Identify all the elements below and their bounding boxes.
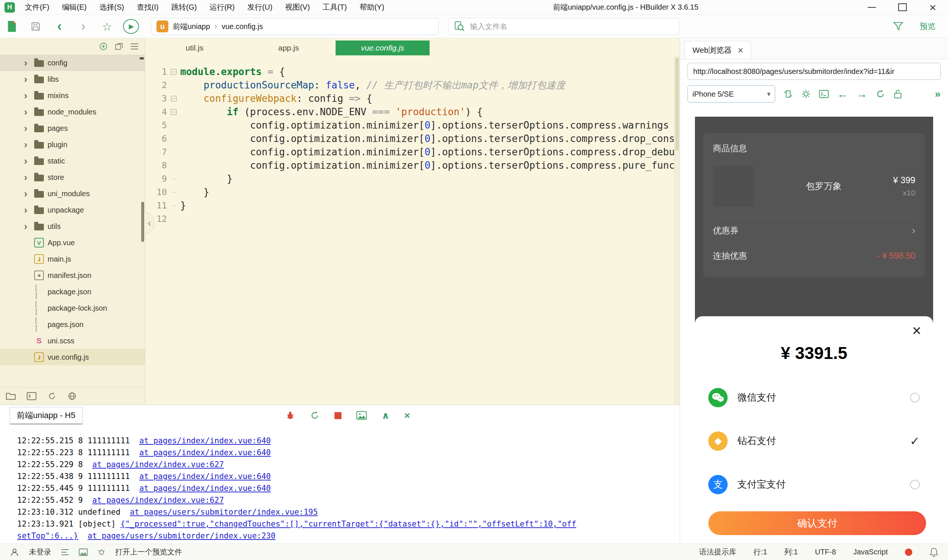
menu-help[interactable]: 帮助(Y): [353, 0, 391, 14]
sidebar-item-app-vue[interactable]: App.vue: [0, 234, 145, 251]
sidebar-item-store[interactable]: › store: [0, 169, 145, 185]
sidebar-item-static[interactable]: › static: [0, 153, 145, 169]
url-input[interactable]: http://localhost:8080/pages/users/submit…: [688, 63, 940, 80]
chevron-right-icon[interactable]: ›: [21, 222, 31, 231]
debug-bug-icon[interactable]: [285, 411, 295, 420]
code-editor[interactable]: util.js app.js vue.config.js 1 module.ex…: [145, 38, 680, 405]
chevron-right-icon[interactable]: ›: [21, 58, 31, 68]
unlock-icon[interactable]: [893, 89, 902, 99]
menu-goto[interactable]: 跳转(G): [165, 0, 203, 14]
web-globe-icon[interactable]: [68, 392, 77, 401]
close-modal-icon[interactable]: ×: [912, 323, 922, 338]
stop-icon[interactable]: [334, 412, 342, 419]
chevron-right-icon[interactable]: ›: [21, 156, 31, 166]
source-link[interactable]: at pages/index/index.vue:640: [139, 448, 271, 457]
new-file-icon[interactable]: [0, 20, 24, 32]
collapse-console-icon[interactable]: ∧: [382, 411, 389, 420]
fold-marker-icon[interactable]: [167, 105, 180, 118]
device-select[interactable]: iPhone 5/SE ▾: [688, 85, 775, 103]
fold-marker-icon[interactable]: [167, 92, 180, 105]
source-link[interactable]: at pages/users/submitorder/index.vue:195: [130, 508, 318, 517]
console-tab[interactable]: 前端uniapp - H5: [10, 407, 83, 425]
browser-refresh-icon[interactable]: [876, 89, 885, 99]
filter-funnel-icon[interactable]: [893, 22, 903, 31]
syntax-library[interactable]: 语法提示库: [699, 547, 737, 557]
confirm-pay-button[interactable]: 确认支付: [708, 511, 926, 535]
search-input[interactable]: [469, 22, 674, 31]
devtools-console-icon[interactable]: [819, 90, 829, 98]
menu-view[interactable]: 视图(V): [279, 0, 316, 14]
sidebar-item-vue-config-js[interactable]: vue.config.js: [0, 349, 145, 365]
sidebar-item-package-json[interactable]: package.json: [0, 283, 145, 300]
browser-tab[interactable]: Web浏览器 ×: [685, 41, 751, 59]
debug-icon[interactable]: [97, 548, 106, 556]
sidebar-item-manifest-json[interactable]: manifest.json: [0, 267, 145, 283]
coupon-row[interactable]: 优惠券 ›: [713, 217, 915, 244]
bookmark-star-icon[interactable]: ☆: [95, 20, 119, 33]
payment-method-wechat[interactable]: 微信支付: [708, 376, 920, 419]
breadcrumb-file[interactable]: vue.config.js: [222, 22, 263, 31]
gear-icon[interactable]: [801, 89, 811, 99]
sidebar-item-mixins[interactable]: › mixins: [0, 87, 145, 104]
editor-scrollbar-thumb[interactable]: [675, 58, 679, 151]
more-tools-icon[interactable]: »: [935, 88, 940, 100]
rotate-device-icon[interactable]: [783, 89, 793, 99]
tab-app-js[interactable]: app.js: [242, 40, 335, 55]
list-icon[interactable]: [61, 549, 69, 555]
sidebar-item-node-modules[interactable]: › node_modules: [0, 104, 145, 120]
sidebar-item-uni-modules[interactable]: › uni_modules: [0, 185, 145, 202]
chevron-right-icon[interactable]: ›: [21, 205, 31, 215]
source-link[interactable]: at pages/users/submitorder/index.vue:230: [88, 531, 276, 540]
restart-icon[interactable]: [310, 411, 320, 420]
sidebar-item-pages-json[interactable]: pages.json: [0, 316, 145, 332]
breadcrumb-project[interactable]: 前端uniapp: [173, 22, 210, 32]
menu-tools[interactable]: 工具(T): [316, 0, 353, 14]
payment-method-diamond[interactable]: ◆ 钻石支付 ✓: [708, 419, 920, 463]
cursor-col[interactable]: 列:1: [784, 547, 798, 557]
collapse-all-icon[interactable]: [114, 42, 123, 51]
menu-find[interactable]: 查找(I): [131, 0, 165, 14]
close-button[interactable]: ×: [927, 2, 938, 13]
payment-method-alipay[interactable]: 支 支付宝支付: [708, 463, 920, 506]
chevron-right-icon[interactable]: ›: [21, 91, 31, 100]
menu-file[interactable]: 文件(F): [18, 0, 56, 14]
language-mode[interactable]: JavaScript: [853, 548, 888, 556]
menu-select[interactable]: 选择(S): [93, 0, 131, 14]
screenshot-icon[interactable]: [356, 411, 367, 420]
browser-forward-icon[interactable]: →: [856, 88, 867, 100]
browser-back-icon[interactable]: ←: [837, 88, 848, 100]
cursor-row[interactable]: 行:1: [754, 547, 767, 557]
encoding-indicator[interactable]: UTF-8: [815, 548, 836, 556]
sidebar-item-unpackage[interactable]: › unpackage: [0, 202, 145, 218]
navigate-forward-icon[interactable]: ›: [71, 20, 95, 33]
menu-run[interactable]: 运行(R): [203, 0, 241, 14]
explorer-menu-icon[interactable]: [130, 43, 139, 50]
sidebar-item-uni-scss[interactable]: uni.scss: [0, 332, 145, 349]
run-icon[interactable]: ▶: [119, 19, 143, 34]
tab-vue-config-js[interactable]: vue.config.js: [335, 40, 429, 55]
terminal-panel-icon[interactable]: [27, 392, 37, 400]
bell-icon[interactable]: [930, 548, 938, 557]
fold-marker-icon[interactable]: [167, 65, 180, 78]
sidebar-item-main-js[interactable]: main.js: [0, 251, 145, 267]
minimize-button[interactable]: [866, 2, 877, 13]
sidebar-item-libs[interactable]: › libs: [0, 71, 145, 87]
source-link[interactable]: at pages/index/index.vue:640: [139, 484, 271, 493]
radio-unselected[interactable]: [910, 393, 920, 402]
sidebar-item-utils[interactable]: › utils: [0, 218, 145, 234]
code-area[interactable]: 1 module.exports = { 2 productionSourceM…: [145, 55, 680, 405]
menu-edit[interactable]: 编辑(E): [56, 0, 93, 14]
close-tab-icon[interactable]: ×: [738, 45, 743, 55]
chevron-right-icon[interactable]: ›: [21, 189, 31, 198]
maximize-button[interactable]: [897, 2, 908, 13]
source-link[interactable]: at pages/index/index.vue:627: [92, 460, 224, 469]
sidebar-scrollbar-thumb[interactable]: [141, 202, 144, 242]
add-project-icon[interactable]: [99, 42, 108, 51]
editor-scrollbar[interactable]: [674, 55, 680, 405]
clear-console-icon[interactable]: ×: [404, 411, 410, 420]
source-link[interactable]: at pages/index/index.vue:640: [139, 436, 271, 445]
navigate-back-icon[interactable]: ‹: [48, 20, 71, 33]
chevron-right-icon[interactable]: ›: [21, 74, 31, 84]
chevron-right-icon[interactable]: ›: [21, 107, 31, 117]
notification-dot-icon[interactable]: [905, 548, 912, 556]
